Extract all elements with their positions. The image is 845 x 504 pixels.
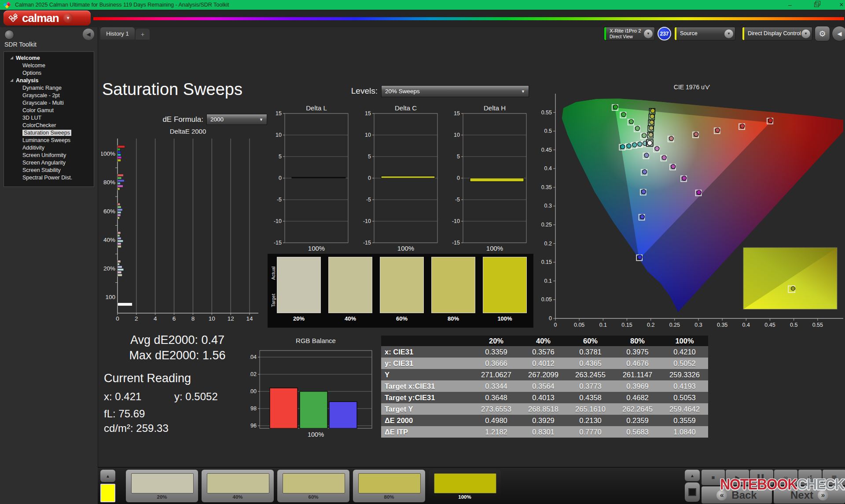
svg-text:102: 102: [250, 371, 257, 377]
collapse-left-icon: ◀: [838, 30, 842, 37]
sidebar-item-additivity[interactable]: Additivity: [4, 144, 94, 151]
deltae2000-chart: DeltaE 200002468101214100%80%60%40%20%10…: [101, 127, 263, 325]
sidebar-knob-button[interactable]: [4, 30, 14, 40]
gear-icon: ⚙: [819, 29, 826, 39]
svg-text:0.3: 0.3: [694, 322, 702, 328]
stop-button[interactable]: ■: [702, 470, 725, 485]
logo-menu-button[interactable]: ▼: [63, 13, 73, 23]
minimize-button[interactable]: –: [781, 0, 799, 10]
de-formula-select[interactable]: 2000 ▼: [206, 114, 267, 125]
sidebar-item-color-gamut[interactable]: Color Gamut: [4, 106, 94, 114]
swatch-60%: [380, 257, 424, 313]
refresh-icon: ↺: [808, 474, 812, 481]
app-logo-icon: [4, 1, 11, 8]
sidebar-item-3d-lut[interactable]: 3D LUT: [4, 114, 94, 121]
sidebar-item-saturation-sweeps[interactable]: Saturation Sweeps: [4, 129, 94, 136]
stop-icon: ■: [712, 474, 715, 481]
svg-text:5: 5: [368, 153, 371, 160]
sidebar-item-options[interactable]: Options: [4, 69, 94, 77]
sample-button-60%[interactable]: 60%: [277, 470, 349, 502]
swatch-label-100%: 100%: [483, 315, 527, 322]
sample-button-100%[interactable]: 100%: [429, 470, 501, 502]
sidebar-item-grayscale-multi[interactable]: Grayscale - Multi: [4, 99, 94, 106]
sample-button-80%[interactable]: 80%: [353, 470, 425, 502]
close-button[interactable]: ×: [833, 0, 845, 10]
stop-measure-button[interactable]: [685, 482, 700, 502]
delta-l-chart: Delta L151050-5-10-15100%: [274, 105, 353, 254]
svg-text:98: 98: [250, 405, 257, 412]
add-tab-button[interactable]: +: [136, 29, 150, 40]
refresh-button[interactable]: ↺: [798, 470, 822, 485]
sidebar-title: SDR Toolkit: [4, 41, 37, 48]
levels-label: Levels:: [304, 86, 378, 96]
table-row: x: CIE310.33590.35760.37810.39750.4210: [381, 346, 708, 358]
play-button[interactable]: ▶: [726, 470, 749, 485]
sidebar-item-screen-uniformity[interactable]: Screen Uniformity: [4, 151, 94, 159]
restore-button[interactable]: [808, 0, 825, 10]
sidebar-item-grayscale-2pt[interactable]: Grayscale - 2pt: [4, 91, 94, 99]
settings-button[interactable]: ⚙: [815, 26, 830, 41]
tree-group-welcome[interactable]: Welcome: [4, 54, 94, 62]
swatch-label-40%: 40%: [328, 315, 372, 322]
svg-text:10: 10: [276, 132, 282, 138]
svg-text:-5: -5: [455, 197, 460, 203]
sidebar-item-screen-stability[interactable]: Screen Stability: [4, 166, 94, 174]
sample-up-button[interactable]: ▲: [100, 470, 115, 482]
table-col-20%: 20%: [473, 336, 520, 346]
svg-text:15: 15: [365, 110, 371, 117]
levels-select[interactable]: 20% Sweeps ▼: [381, 85, 529, 97]
sidebar-item-colorchecker[interactable]: ColorChecker: [4, 121, 94, 129]
svg-text:Delta H: Delta H: [484, 105, 506, 112]
meter-count-badge[interactable]: 237: [658, 27, 671, 40]
sidebar-item-dynamic-range[interactable]: Dynamic Range: [4, 84, 94, 91]
meter-dropdown[interactable]: X-Rite i1Pro 2 Direct View ▼: [604, 27, 655, 40]
table-row: ΔE ITP1.21820.83010.77700.56831.0840: [381, 426, 708, 438]
tab-history-1[interactable]: History 1: [100, 27, 135, 40]
measurement-table: 20%40%60%80%100%x: CIE310.33590.35760.37…: [381, 336, 708, 438]
stop-icon: [688, 488, 696, 496]
chevron-down-icon: ▼: [259, 117, 263, 122]
tree-group-analysis[interactable]: Analysis: [4, 77, 94, 84]
avg-de2000-value: Avg dE2000: 0.47: [105, 333, 250, 347]
tree-expander-icon: [10, 56, 13, 59]
pause-button[interactable]: ▌▌: [750, 470, 773, 485]
chevron-down-icon: ▼: [644, 29, 653, 38]
calman-logo-text: calman: [22, 11, 59, 25]
back-button[interactable]: « Back: [702, 486, 772, 504]
svg-text:0: 0: [116, 315, 119, 322]
target-row-label: Target: [271, 294, 276, 307]
sample-button-40%[interactable]: 40%: [202, 470, 274, 502]
sidebar-item-spectral-power-dist-[interactable]: Spectral Power Dist.: [4, 174, 94, 181]
next-arrow-icon: »: [818, 490, 828, 500]
sidebar-item-welcome[interactable]: Welcome: [4, 62, 94, 69]
cie-1976-diagram: 000.050.050.10.10.150.150.20.20.250.250.…: [539, 91, 845, 332]
delta-c-chart: Delta C151050-5-10-15100%: [363, 105, 442, 254]
calman-logo-button[interactable]: calman ▼: [4, 11, 91, 26]
svg-text:0.15: 0.15: [541, 259, 552, 265]
up-arrow-icon: ▲: [106, 474, 110, 478]
svg-text:40%: 40%: [103, 237, 115, 243]
sample-button-20%[interactable]: 20%: [126, 470, 198, 502]
svg-text:10: 10: [209, 315, 215, 322]
svg-text:100%: 100%: [308, 431, 324, 438]
sample-caption: 20%: [126, 494, 198, 500]
sidebar-item-luminance-sweeps[interactable]: Luminance Sweeps: [4, 136, 94, 144]
current-reading-x: x: 0.421: [104, 391, 141, 403]
transport-up-button[interactable]: ▲: [685, 470, 700, 481]
svg-text:0: 0: [279, 175, 282, 181]
next-button[interactable]: Next »: [774, 486, 845, 504]
swatch-label-60%: 60%: [380, 315, 424, 322]
sidebar-collapse-button[interactable]: ◀: [83, 29, 94, 40]
panel-collapse-button[interactable]: ◀: [832, 26, 845, 41]
chevron-down-icon: ▼: [521, 89, 525, 94]
restore-icon: [814, 3, 819, 7]
grid-icon: ▦: [831, 474, 837, 481]
sample-chip-80%: [358, 473, 421, 493]
svg-text:100%: 100%: [486, 245, 503, 252]
source-dropdown[interactable]: Source ▼: [674, 27, 735, 40]
grid-button[interactable]: ▦: [823, 470, 845, 485]
sidebar-item-screen-angularity[interactable]: Screen Angularity: [4, 159, 94, 166]
display-control-dropdown[interactable]: Direct Display Control ▼: [742, 27, 812, 40]
svg-text:0.1: 0.1: [599, 322, 607, 328]
loop-button[interactable]: ∞: [774, 470, 797, 485]
